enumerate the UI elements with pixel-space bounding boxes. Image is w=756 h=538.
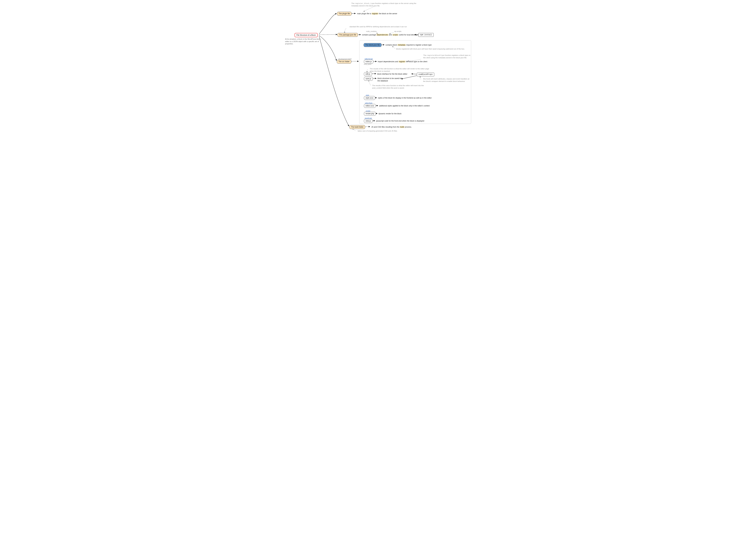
index-js-tag: editorScript bbox=[365, 58, 373, 60]
build-folder-node: The build folder bbox=[350, 125, 365, 129]
plugin-file-label: The plugin file bbox=[339, 13, 350, 15]
index-js-entry: entry point bbox=[364, 63, 371, 65]
block-json-node: The block.json file bbox=[364, 43, 382, 47]
useblockprops-label: useBlockProps bbox=[418, 74, 433, 76]
package-top-note: standard file used by NPM for defining d… bbox=[350, 26, 407, 28]
build-folder-desc: JS and CSS files resulting from the buil… bbox=[371, 126, 412, 128]
wp-scripts-tag: wp-scripts bbox=[394, 30, 402, 32]
src-folder-node: The src folder bbox=[337, 60, 351, 64]
view-js-desc: javascript code for the front-end when t… bbox=[376, 120, 424, 122]
package-json-desc: contains package dependencies and script… bbox=[362, 33, 422, 36]
style-scss-node: style.scss bbox=[364, 96, 375, 100]
style-scss-label: style.scss bbox=[366, 97, 373, 99]
build-folder-note: takes care of enqueing generated CSS and… bbox=[358, 130, 397, 132]
edit-js-label: edit.js bbox=[366, 73, 370, 75]
render-php-node: render.php bbox=[364, 112, 376, 116]
useblockprops-node: useBlockProps bbox=[417, 73, 434, 77]
editor-scss-node: editor.scss bbox=[364, 104, 376, 108]
render-php-desc: dynamic render for the block bbox=[379, 112, 402, 115]
style-scss-desc: styles of the block for display in the f… bbox=[378, 97, 432, 99]
diagram-canvas: File Structure of a Block At its simples… bbox=[282, 0, 474, 134]
node-modules-tag: node_modules bbox=[366, 30, 377, 32]
save-js-node: save.js bbox=[364, 77, 373, 81]
index-js-label: index.js bbox=[366, 61, 372, 63]
view-js-tag: viewScript bbox=[365, 117, 372, 119]
npm-install-node: npm install bbox=[418, 33, 434, 37]
npm-install-label: npm install bbox=[420, 34, 432, 36]
edit-js-node: edit.js bbox=[364, 72, 372, 76]
package-json-label: The package.json file bbox=[339, 34, 356, 36]
block-json-opt-note: blocks registered with block.json will h… bbox=[396, 48, 465, 50]
render-php-tag: render bbox=[366, 110, 370, 112]
edit-js-desc: block interface for the the block editor bbox=[377, 73, 407, 75]
view-js-label: view.js bbox=[366, 120, 371, 122]
root-title: File Structure of a Block bbox=[297, 34, 316, 36]
block-json-label: The block.json file bbox=[365, 44, 380, 46]
package-json-node: The package.json file bbox=[338, 33, 358, 37]
root-node: File Structure of a Block bbox=[295, 33, 318, 37]
style-scss-tag: style bbox=[366, 94, 369, 96]
save-note: The results of the save function is what… bbox=[372, 84, 427, 89]
editor-scss-tag: editorStyle bbox=[365, 102, 373, 104]
index-js-node: index.js bbox=[364, 60, 373, 64]
src-folder-label: The src folder bbox=[339, 61, 350, 63]
useblockprops-note: this hook will insert attributes, classe… bbox=[423, 78, 470, 82]
plugin-file-node: The plugin file bbox=[337, 12, 352, 16]
plugin-file-desc: main plugin file to register the block o… bbox=[357, 12, 397, 15]
save-js-desc: block structure to be saved into the dat… bbox=[378, 77, 403, 82]
editor-scss-label: editor.scss bbox=[366, 105, 374, 107]
editor-scss-desc: additional styles applied to the block o… bbox=[379, 105, 430, 107]
view-js-node: view.js bbox=[364, 119, 373, 123]
edit-note: The results of the edit function is what… bbox=[370, 68, 433, 72]
plugin-top-note: The register_block_type function registe… bbox=[352, 2, 421, 7]
render-php-label: render.php bbox=[366, 113, 374, 115]
build-folder-label: The build folder bbox=[351, 126, 364, 128]
root-subtitle: At its simplest, a block in the WordPres… bbox=[285, 38, 324, 45]
save-js-label: save.js bbox=[366, 78, 371, 80]
block-json-desc: contains block metadata required to regi… bbox=[386, 44, 432, 46]
index-js-desc: import dependencies and register the blo… bbox=[378, 60, 427, 63]
block-json-client-note: The registerBlockType function registers… bbox=[423, 54, 472, 59]
src-dev-tag: development folder bbox=[338, 58, 352, 60]
